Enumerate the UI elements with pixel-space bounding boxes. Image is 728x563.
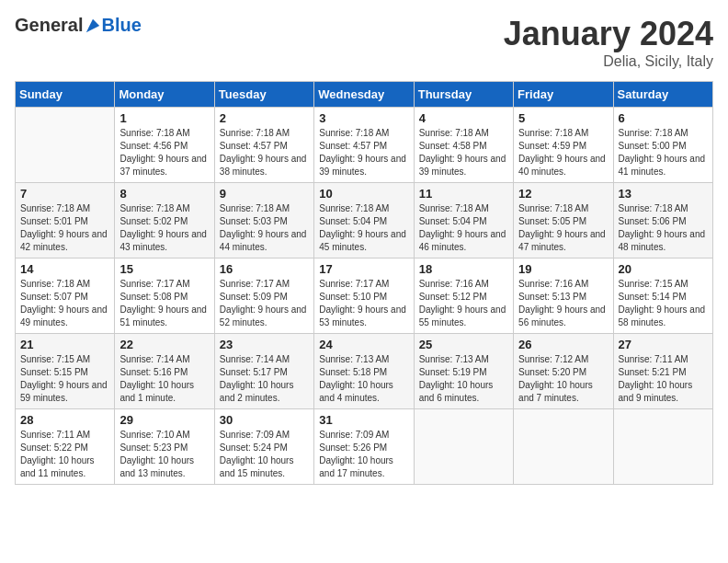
day-info: Sunrise: 7:18 AM Sunset: 4:57 PM Dayligh…: [220, 127, 309, 178]
day-info: Sunrise: 7:18 AM Sunset: 4:56 PM Dayligh…: [119, 127, 209, 178]
day-number: 24: [319, 338, 408, 351]
day-info: Sunrise: 7:18 AM Sunset: 4:59 PM Dayligh…: [518, 127, 608, 178]
day-info: Sunrise: 7:11 AM Sunset: 5:21 PM Dayligh…: [619, 353, 708, 405]
day-info: Sunrise: 7:14 AM Sunset: 5:17 PM Dayligh…: [220, 353, 309, 405]
day-info: Sunrise: 7:15 AM Sunset: 5:14 PM Dayligh…: [619, 278, 708, 329]
day-info: Sunrise: 7:17 AM Sunset: 5:10 PM Dayligh…: [319, 278, 408, 329]
day-number: 28: [20, 413, 109, 427]
logo-blue-text: Blue: [101, 15, 141, 36]
day-number: 26: [518, 338, 608, 351]
calendar-day-cell: 9Sunrise: 7:18 AM Sunset: 5:03 PM Daylig…: [214, 183, 313, 259]
calendar-day-cell: 12Sunrise: 7:18 AM Sunset: 5:05 PM Dayli…: [514, 183, 613, 259]
logo-icon: [85, 17, 101, 34]
day-info: Sunrise: 7:18 AM Sunset: 5:04 PM Dayligh…: [319, 202, 408, 254]
day-number: 7: [20, 187, 109, 201]
calendar-week-row: 28Sunrise: 7:11 AM Sunset: 5:22 PM Dayli…: [16, 409, 713, 485]
day-info: Sunrise: 7:16 AM Sunset: 5:12 PM Dayligh…: [419, 278, 508, 329]
day-info: Sunrise: 7:09 AM Sunset: 5:24 PM Dayligh…: [220, 429, 309, 480]
calendar-week-row: 14Sunrise: 7:18 AM Sunset: 5:07 PM Dayli…: [16, 259, 713, 334]
weekday-header-cell: Sunday: [16, 82, 115, 108]
day-info: Sunrise: 7:17 AM Sunset: 5:08 PM Dayligh…: [119, 278, 209, 329]
weekday-header-cell: Friday: [514, 82, 613, 108]
day-info: Sunrise: 7:10 AM Sunset: 5:23 PM Dayligh…: [119, 429, 209, 480]
weekday-header-cell: Tuesday: [214, 82, 313, 108]
calendar-table: SundayMondayTuesdayWednesdayThursdayFrid…: [15, 81, 713, 485]
day-info: Sunrise: 7:09 AM Sunset: 5:26 PM Dayligh…: [319, 429, 408, 480]
day-number: 2: [220, 111, 309, 125]
day-info: Sunrise: 7:18 AM Sunset: 5:03 PM Dayligh…: [220, 202, 309, 254]
day-number: 27: [619, 338, 708, 351]
day-info: Sunrise: 7:18 AM Sunset: 5:04 PM Dayligh…: [419, 202, 508, 254]
calendar-day-cell: 18Sunrise: 7:16 AM Sunset: 5:12 PM Dayli…: [414, 259, 513, 334]
weekday-header-cell: Saturday: [613, 82, 712, 108]
day-number: 11: [419, 187, 508, 201]
calendar-day-cell: [514, 409, 613, 485]
calendar-day-cell: 17Sunrise: 7:17 AM Sunset: 5:10 PM Dayli…: [314, 259, 414, 334]
day-number: 20: [619, 262, 708, 276]
calendar-day-cell: 2Sunrise: 7:18 AM Sunset: 4:57 PM Daylig…: [214, 108, 313, 183]
day-info: Sunrise: 7:15 AM Sunset: 5:15 PM Dayligh…: [20, 353, 109, 405]
day-number: 5: [518, 111, 608, 125]
day-number: 10: [319, 187, 408, 201]
calendar-day-cell: 22Sunrise: 7:14 AM Sunset: 5:16 PM Dayli…: [115, 334, 214, 409]
day-info: Sunrise: 7:17 AM Sunset: 5:09 PM Dayligh…: [220, 278, 309, 329]
calendar-day-cell: 27Sunrise: 7:11 AM Sunset: 5:21 PM Dayli…: [613, 334, 712, 409]
day-number: 23: [220, 338, 309, 351]
day-number: 25: [419, 338, 508, 351]
day-number: 30: [220, 413, 309, 427]
day-number: 31: [319, 413, 408, 427]
calendar-day-cell: 23Sunrise: 7:14 AM Sunset: 5:17 PM Dayli…: [214, 334, 313, 409]
day-number: 3: [319, 111, 408, 125]
day-number: 18: [419, 262, 508, 276]
day-info: Sunrise: 7:18 AM Sunset: 4:57 PM Dayligh…: [319, 127, 408, 178]
calendar-day-cell: 4Sunrise: 7:18 AM Sunset: 4:58 PM Daylig…: [414, 108, 513, 183]
day-info: Sunrise: 7:11 AM Sunset: 5:22 PM Dayligh…: [20, 429, 109, 480]
calendar-week-row: 1Sunrise: 7:18 AM Sunset: 4:56 PM Daylig…: [16, 108, 713, 183]
day-number: 9: [220, 187, 309, 201]
day-number: 12: [518, 187, 608, 201]
day-number: 15: [119, 262, 209, 276]
day-info: Sunrise: 7:18 AM Sunset: 5:06 PM Dayligh…: [619, 202, 708, 254]
day-info: Sunrise: 7:18 AM Sunset: 5:01 PM Dayligh…: [20, 202, 109, 254]
day-number: 29: [119, 413, 209, 427]
calendar-day-cell: 30Sunrise: 7:09 AM Sunset: 5:24 PM Dayli…: [214, 409, 313, 485]
day-number: 13: [619, 187, 708, 201]
calendar-day-cell: 8Sunrise: 7:18 AM Sunset: 5:02 PM Daylig…: [115, 183, 214, 259]
svg-marker-0: [86, 18, 99, 31]
day-info: Sunrise: 7:16 AM Sunset: 5:13 PM Dayligh…: [518, 278, 608, 329]
day-number: 14: [20, 262, 109, 276]
calendar-day-cell: [16, 108, 115, 183]
calendar-day-cell: 13Sunrise: 7:18 AM Sunset: 5:06 PM Dayli…: [613, 183, 712, 259]
day-number: 16: [220, 262, 309, 276]
weekday-header-cell: Wednesday: [314, 82, 414, 108]
calendar-day-cell: 6Sunrise: 7:18 AM Sunset: 5:00 PM Daylig…: [613, 108, 712, 183]
calendar-day-cell: 5Sunrise: 7:18 AM Sunset: 4:59 PM Daylig…: [514, 108, 613, 183]
calendar-week-row: 21Sunrise: 7:15 AM Sunset: 5:15 PM Dayli…: [16, 334, 713, 409]
day-number: 21: [20, 338, 109, 351]
day-info: Sunrise: 7:18 AM Sunset: 5:02 PM Dayligh…: [119, 202, 209, 254]
day-number: 4: [419, 111, 508, 125]
day-info: Sunrise: 7:18 AM Sunset: 5:07 PM Dayligh…: [20, 278, 109, 329]
title-area: January 2024 Delia, Sicily, Italy: [504, 15, 713, 70]
calendar-day-cell: 1Sunrise: 7:18 AM Sunset: 4:56 PM Daylig…: [115, 108, 214, 183]
day-number: 1: [119, 111, 209, 125]
calendar-day-cell: 31Sunrise: 7:09 AM Sunset: 5:26 PM Dayli…: [314, 409, 414, 485]
logo-general-text: General: [15, 15, 83, 36]
calendar-day-cell: 3Sunrise: 7:18 AM Sunset: 4:57 PM Daylig…: [314, 108, 414, 183]
calendar-day-cell: 29Sunrise: 7:10 AM Sunset: 5:23 PM Dayli…: [115, 409, 214, 485]
day-number: 6: [619, 111, 708, 125]
day-info: Sunrise: 7:14 AM Sunset: 5:16 PM Dayligh…: [119, 353, 209, 405]
calendar-day-cell: 20Sunrise: 7:15 AM Sunset: 5:14 PM Dayli…: [613, 259, 712, 334]
day-info: Sunrise: 7:12 AM Sunset: 5:20 PM Dayligh…: [518, 353, 608, 405]
weekday-header-cell: Monday: [115, 82, 214, 108]
calendar-day-cell: 24Sunrise: 7:13 AM Sunset: 5:18 PM Dayli…: [314, 334, 414, 409]
calendar-day-cell: 19Sunrise: 7:16 AM Sunset: 5:13 PM Dayli…: [514, 259, 613, 334]
calendar-body: 1Sunrise: 7:18 AM Sunset: 4:56 PM Daylig…: [16, 108, 713, 485]
day-info: Sunrise: 7:13 AM Sunset: 5:18 PM Dayligh…: [319, 353, 408, 405]
calendar-week-row: 7Sunrise: 7:18 AM Sunset: 5:01 PM Daylig…: [16, 183, 713, 259]
day-info: Sunrise: 7:18 AM Sunset: 5:00 PM Dayligh…: [619, 127, 708, 178]
logo: General Blue: [15, 15, 142, 36]
calendar-day-cell: 28Sunrise: 7:11 AM Sunset: 5:22 PM Dayli…: [16, 409, 115, 485]
calendar-day-cell: 11Sunrise: 7:18 AM Sunset: 5:04 PM Dayli…: [414, 183, 513, 259]
calendar-day-cell: 15Sunrise: 7:17 AM Sunset: 5:08 PM Dayli…: [115, 259, 214, 334]
